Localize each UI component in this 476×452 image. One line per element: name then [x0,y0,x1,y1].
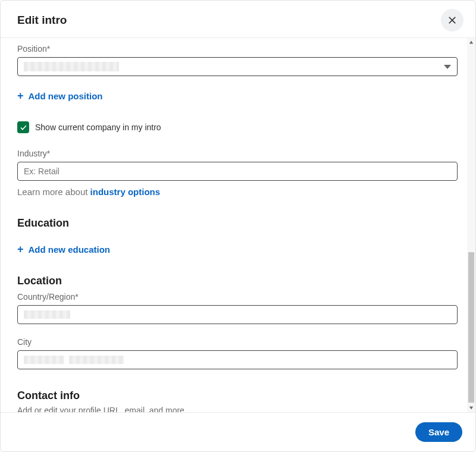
add-education-label: Add new education [29,244,111,255]
industry-helper: Learn more about industry options [17,187,458,197]
industry-input[interactable]: Ex: Retail [17,162,458,181]
city-value-redacted-1 [24,356,64,364]
position-label: Position* [17,44,458,54]
add-education-button[interactable]: + Add new education [17,244,458,255]
add-position-button[interactable]: + Add new position [17,90,458,101]
triangle-up-icon [469,40,474,45]
edit-intro-modal: Edit intro Position* + Add new position … [0,0,476,452]
scrollbar-track[interactable] [467,38,475,412]
plus-icon: + [17,90,24,101]
save-button[interactable]: Save [415,422,462,442]
contact-info-sub: Add or edit your profile URL, email, and… [17,406,458,412]
form-body[interactable]: Position* + Add new position Show curren… [1,38,467,412]
show-company-checkbox[interactable] [17,121,29,133]
location-heading: Location [17,275,458,287]
scroll-up-arrow[interactable] [467,38,475,46]
svg-marker-3 [469,407,473,410]
add-position-label: Add new position [29,91,103,101]
contact-info-heading: Contact info [17,390,458,402]
position-select[interactable] [17,57,458,76]
country-input[interactable] [17,305,458,324]
close-icon [447,15,458,26]
modal-footer: Save [1,412,475,451]
plus-icon: + [17,244,24,255]
education-heading: Education [17,217,458,230]
industry-helper-prefix: Learn more about [17,187,90,197]
city-value-redacted-2 [69,356,124,364]
modal-title: Edit intro [17,14,67,27]
show-company-checkbox-row: Show current company in my intro [17,121,458,133]
chevron-down-icon [444,65,451,69]
show-company-label: Show current company in my intro [35,123,161,132]
industry-placeholder: Ex: Retail [24,167,60,176]
scroll-down-arrow[interactable] [467,404,475,412]
country-label: Country/Region* [17,292,458,302]
svg-marker-2 [469,41,473,44]
scrollbar-thumb[interactable] [468,252,474,403]
country-value-redacted [24,310,70,319]
modal-header: Edit intro [1,1,475,38]
position-value-redacted [24,62,119,71]
city-input[interactable] [17,350,458,369]
industry-label: Industry* [17,149,458,158]
city-label: City [17,337,458,347]
check-icon [20,124,27,131]
close-button[interactable] [441,9,464,32]
industry-options-link[interactable]: industry options [90,187,161,197]
scroll-area: Position* + Add new position Show curren… [1,38,475,412]
triangle-down-icon [469,406,474,410]
